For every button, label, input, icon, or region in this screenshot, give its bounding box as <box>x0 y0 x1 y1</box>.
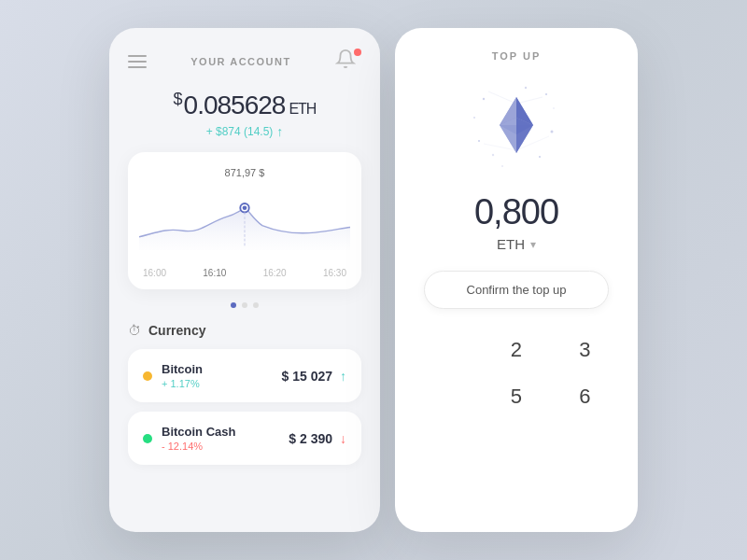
currency-cash-left: Bitcoin Cash - 12.14% <box>143 425 235 452</box>
svg-point-6 <box>478 140 480 142</box>
bitcoin-cash-value: $ 2 390 <box>289 431 332 446</box>
chart-tooltip: 871,97 $ <box>139 167 350 178</box>
bitcoin-cash-name: Bitcoin Cash <box>162 425 235 439</box>
dot-3 <box>253 302 259 308</box>
currency-selector[interactable]: ETH ▾ <box>497 236 536 252</box>
svg-point-3 <box>483 98 485 100</box>
amount-value: 0,800 <box>474 192 558 231</box>
chart-labels: 16:00 16:10 16:20 16:30 <box>139 268 350 278</box>
svg-point-4 <box>545 93 547 95</box>
chart-label-1600: 16:00 <box>143 268 166 278</box>
currency-item-bitcoin-cash[interactable]: Bitcoin Cash - 12.14% $ 2 390 ↓ <box>128 412 361 465</box>
currency-item-left: Bitcoin + 1.17% <box>143 362 203 389</box>
chevron-down-icon: ▾ <box>530 238 536 251</box>
svg-point-1 <box>243 206 247 211</box>
eth-crystal-icon <box>470 80 563 174</box>
numpad: 2 3 5 6 <box>414 331 619 415</box>
dot-1 <box>231 302 236 308</box>
bitcoin-info: Bitcoin + 1.17% <box>162 362 203 389</box>
trend-up-icon: ↑ <box>276 124 283 139</box>
left-card: Your Account $0.085628ETH + $874 (14.5) … <box>109 28 380 532</box>
right-card: TOP UP <box>395 28 638 532</box>
chart-label-1620: 16:20 <box>263 268 287 278</box>
bitcoin-dot <box>143 371 152 381</box>
menu-icon[interactable] <box>128 55 147 68</box>
numpad-key-6[interactable]: 6 <box>560 378 610 415</box>
topup-title: TOP UP <box>492 50 542 62</box>
chart-svg <box>139 182 350 257</box>
svg-line-14 <box>516 97 543 104</box>
bitcoin-change: + 1.17% <box>162 378 203 389</box>
currency-selector-text: ETH <box>497 236 525 252</box>
numpad-key-5[interactable]: 5 <box>491 378 541 415</box>
numpad-key-1 <box>423 331 472 369</box>
svg-point-12 <box>501 165 503 167</box>
balance-change: + $874 (14.5) ↑ <box>128 124 361 139</box>
balance-amount: $0.085628ETH <box>128 90 361 120</box>
notification-dot <box>354 49 361 56</box>
account-label: Your Account <box>190 56 290 67</box>
card-header: Your Account <box>128 49 361 75</box>
svg-line-13 <box>488 91 516 104</box>
currency-item-bitcoin[interactable]: Bitcoin + 1.17% $ 15 027 ↑ <box>128 349 361 402</box>
dot-2 <box>242 302 247 308</box>
balance-section: $0.085628ETH + $874 (14.5) ↑ <box>128 90 361 139</box>
currency-item-right: $ 15 027 ↑ <box>282 369 347 384</box>
bitcoin-cash-info: Bitcoin Cash - 12.14% <box>162 425 235 452</box>
numpad-key-3[interactable]: 3 <box>560 331 610 369</box>
svg-point-10 <box>473 117 475 119</box>
currency-cash-right: $ 2 390 ↓ <box>289 431 346 446</box>
bitcoin-cash-change: - 12.14% <box>162 441 235 452</box>
bitcoin-value: $ 15 027 <box>282 369 333 384</box>
numpad-key-4 <box>423 378 472 415</box>
currency-section-header: ⏱ Currency <box>128 323 361 338</box>
confirm-topup-button[interactable]: Confirm the top up <box>424 271 609 309</box>
chart-card: 871,97 $ 16:00 1 <box>128 152 361 289</box>
bitcoin-cash-trend-icon: ↓ <box>340 431 346 446</box>
bitcoin-name: Bitcoin <box>162 362 203 376</box>
currency-section: ⏱ Currency Bitcoin + 1.17% $ 15 027 ↑ <box>128 323 361 465</box>
bell-icon[interactable] <box>335 49 361 75</box>
chart-label-1630: 16:30 <box>323 268 346 278</box>
svg-point-8 <box>539 156 541 158</box>
svg-point-5 <box>551 131 554 133</box>
amount-display: 0,800 <box>474 192 558 232</box>
clock-icon: ⏱ <box>128 323 141 338</box>
currency-section-title: Currency <box>148 323 205 338</box>
bitcoin-cash-dot <box>143 434 152 443</box>
bitcoin-trend-icon: ↑ <box>340 369 346 384</box>
svg-point-7 <box>492 154 494 156</box>
svg-point-9 <box>553 107 555 109</box>
numpad-key-2[interactable]: 2 <box>491 331 541 369</box>
svg-point-11 <box>525 87 527 89</box>
chart-label-1610: 16:10 <box>203 268 226 278</box>
pagination-dots <box>128 302 361 308</box>
